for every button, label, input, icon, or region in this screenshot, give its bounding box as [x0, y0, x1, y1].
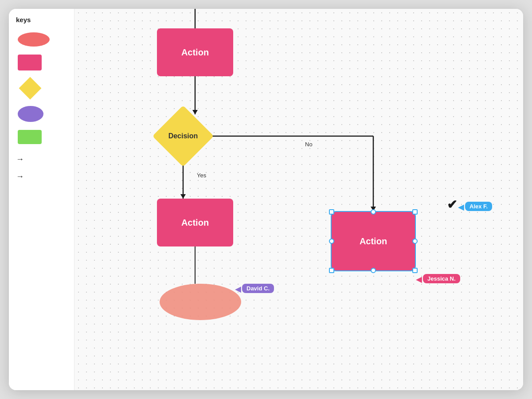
shape-oval-purple[interactable] [18, 106, 43, 122]
arrow-icon-2: → [16, 172, 24, 181]
alex-cursor-label: Alex F. [465, 202, 492, 211]
flowchart-decision[interactable]: Decision [161, 114, 205, 158]
handle-top-left[interactable] [329, 209, 334, 215]
action3-label: Action [360, 236, 387, 246]
jessica-cursor-label: Jessica N. [423, 274, 460, 283]
canvas[interactable]: Action Decision Yes No Action Action [74, 9, 523, 390]
shape-diamond[interactable] [19, 77, 42, 100]
shape-rect-pink[interactable] [18, 55, 42, 70]
alex-checkmark-icon: ✔ [447, 199, 457, 211]
svg-marker-4 [180, 194, 186, 199]
action2-label: Action [181, 218, 209, 228]
handle-bottom-left[interactable] [329, 268, 334, 273]
shape-rect-green[interactable] [18, 130, 42, 144]
sidebar-title: keys [14, 16, 69, 23]
handle-top-center[interactable] [371, 209, 376, 215]
cursor-jessica: ◀ Jessica N. [416, 274, 460, 283]
action1-label: Action [181, 47, 209, 58]
decision-label: Decision [161, 114, 205, 158]
flowchart-action-2[interactable]: Action [157, 199, 233, 246]
svg-marker-2 [192, 110, 198, 114]
cursor-david: ◀ David C. [235, 284, 274, 293]
flowchart-action-3[interactable]: Action [331, 211, 416, 271]
handle-bottom-center[interactable] [371, 268, 376, 273]
flowchart-action-1[interactable]: Action [157, 28, 233, 76]
david-cursor-label: David C. [242, 284, 274, 293]
cursor-alex: ✔ ◀ Alex F. [447, 199, 492, 211]
handle-top-right[interactable] [412, 209, 418, 215]
sidebar-arrow-1: → [14, 155, 69, 164]
jessica-cursor-arrow: ◀ [416, 275, 422, 283]
alex-cursor-arrow: ◀ [458, 203, 464, 211]
sidebar-arrows: → → [14, 155, 69, 181]
sidebar-shapes [14, 32, 69, 144]
no-label: No [305, 141, 313, 148]
flowchart-oval[interactable] [160, 284, 241, 320]
david-cursor-arrow: ◀ [235, 285, 241, 293]
yes-label: Yes [197, 172, 206, 179]
arrow-icon-1: → [16, 155, 24, 164]
sidebar-arrow-2: → [14, 172, 69, 181]
handle-middle-left[interactable] [329, 239, 334, 244]
handle-bottom-right[interactable] [412, 268, 418, 273]
sidebar: keys → → [9, 9, 74, 390]
shape-oval-red[interactable] [18, 32, 50, 47]
handle-middle-right[interactable] [412, 239, 418, 244]
app-window: keys → → [9, 9, 523, 390]
